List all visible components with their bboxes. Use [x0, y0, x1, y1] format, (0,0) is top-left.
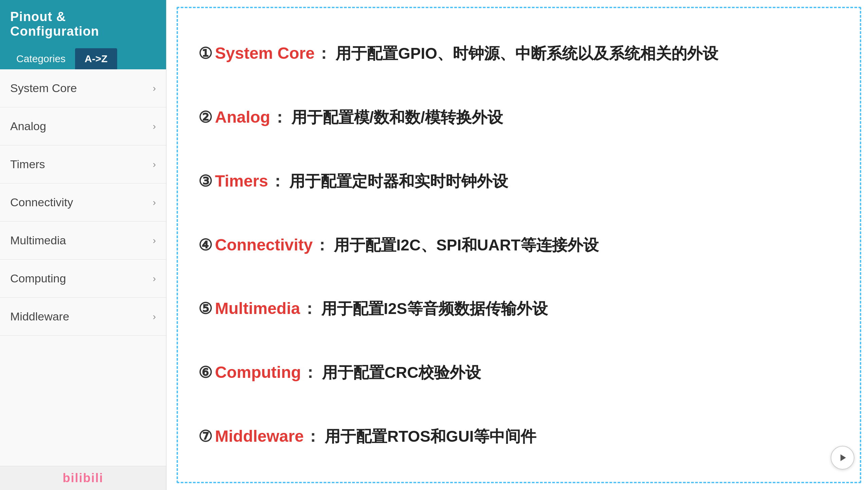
menu-label: Middleware	[10, 310, 69, 323]
item-number-2: ②	[198, 105, 212, 130]
tab-bar: Categories A->Z	[0, 48, 166, 69]
right-item-4: ④ Connectivity ： 用于配置I2C、SPI和UART等连接外设	[198, 229, 839, 262]
menu-item-middleware[interactable]: Middleware ›	[0, 298, 166, 336]
item-keyword-4: Connectivity	[215, 232, 313, 258]
menu-list: System Core › Analog › Timers › Connecti…	[0, 69, 166, 466]
menu-label: Analog	[10, 120, 46, 133]
menu-item-multimedia[interactable]: Multimedia ›	[0, 222, 166, 260]
right-item-2: ② Analog ： 用于配置模/数和数/模转换外设	[198, 101, 839, 134]
right-item-1: ① System Core ： 用于配置GPIO、时钟源、中断系统以及系统相关的…	[198, 37, 839, 70]
item-keyword-6: Computing	[215, 360, 301, 386]
item-number-5: ⑤	[198, 296, 212, 321]
play-button[interactable]	[831, 446, 854, 470]
chevron-icon: ›	[153, 197, 156, 208]
item-number-3: ③	[198, 169, 212, 194]
item-desc-4: 用于配置I2C、SPI和UART等连接外设	[334, 233, 839, 258]
item-number-4: ④	[198, 233, 212, 258]
item-colon-3: ：	[270, 169, 285, 194]
menu-item-connectivity[interactable]: Connectivity ›	[0, 183, 166, 222]
chevron-icon: ›	[153, 121, 156, 132]
menu-label: Computing	[10, 272, 66, 285]
item-number-7: ⑦	[198, 424, 212, 449]
menu-item-timers[interactable]: Timers ›	[0, 145, 166, 183]
bilibili-logo: bilibili	[63, 471, 104, 485]
tab-az[interactable]: A->Z	[75, 48, 117, 69]
item-colon-4: ：	[314, 233, 330, 258]
item-desc-3: 用于配置定时器和实时时钟外设	[289, 169, 839, 194]
chevron-icon: ›	[153, 273, 156, 284]
menu-item-system-core[interactable]: System Core ›	[0, 69, 166, 107]
item-desc-6: 用于配置CRC校验外设	[322, 360, 839, 385]
menu-label: Connectivity	[10, 196, 73, 209]
chevron-icon: ›	[153, 83, 156, 94]
right-panel: ① System Core ： 用于配置GPIO、时钟源、中断系统以及系统相关的…	[177, 7, 861, 483]
item-colon-5: ：	[302, 296, 317, 321]
chevron-icon: ›	[153, 311, 156, 322]
item-keyword-1: System Core	[215, 40, 314, 67]
menu-item-analog[interactable]: Analog ›	[0, 107, 166, 145]
panel-title: Pinout & Configuration	[10, 10, 99, 38]
left-panel: Pinout & Configuration Categories A->Z S…	[0, 0, 166, 490]
item-keyword-3: Timers	[215, 168, 268, 194]
item-desc-1: 用于配置GPIO、时钟源、中断系统以及系统相关的外设	[336, 41, 839, 66]
bilibili-bar: bilibili	[0, 466, 166, 490]
item-keyword-2: Analog	[215, 104, 270, 130]
item-colon-7: ：	[305, 424, 321, 449]
menu-item-computing[interactable]: Computing ›	[0, 260, 166, 298]
item-keyword-5: Multimedia	[215, 296, 300, 322]
item-colon-2: ：	[272, 105, 287, 130]
item-desc-5: 用于配置I2S等音频数据传输外设	[321, 296, 839, 321]
chevron-icon: ›	[153, 159, 156, 170]
right-item-7: ⑦ Middleware ： 用于配置RTOS和GUI等中间件	[198, 420, 839, 453]
item-number-6: ⑥	[198, 360, 212, 385]
item-desc-7: 用于配置RTOS和GUI等中间件	[325, 424, 839, 449]
item-number-1: ①	[198, 41, 212, 66]
chevron-icon: ›	[153, 235, 156, 246]
item-desc-2: 用于配置模/数和数/模转换外设	[291, 105, 839, 130]
menu-label: Multimedia	[10, 234, 66, 247]
item-colon-1: ：	[316, 41, 331, 66]
svg-marker-0	[840, 454, 846, 461]
item-colon-6: ：	[302, 360, 318, 385]
panel-header: Pinout & Configuration	[0, 0, 166, 48]
menu-label: System Core	[10, 82, 77, 95]
menu-label: Timers	[10, 158, 45, 171]
right-item-3: ③ Timers ： 用于配置定时器和实时时钟外设	[198, 165, 839, 198]
right-item-5: ⑤ Multimedia ： 用于配置I2S等音频数据传输外设	[198, 292, 839, 325]
tab-categories[interactable]: Categories	[7, 48, 75, 69]
item-keyword-7: Middleware	[215, 423, 304, 450]
right-item-6: ⑥ Computing ： 用于配置CRC校验外设	[198, 356, 839, 389]
